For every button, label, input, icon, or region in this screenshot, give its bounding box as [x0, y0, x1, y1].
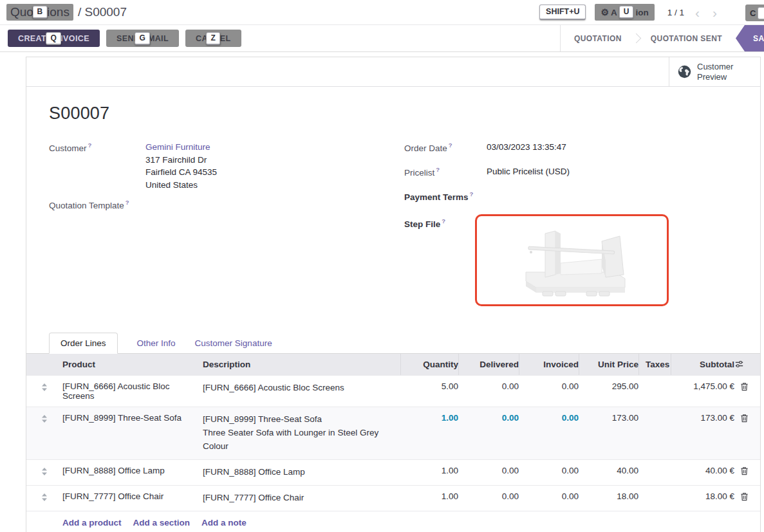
- drag-handle-icon[interactable]: [26, 460, 62, 485]
- stat-button-box: Customer Preview: [26, 57, 760, 87]
- tab-order-lines[interactable]: Order Lines: [49, 333, 118, 354]
- cell-product[interactable]: [FURN_8888] Office Lamp: [62, 460, 203, 485]
- action-bar: CREATE INVOICE Q SEND EMAIL G CANCEL Z Q…: [0, 25, 764, 52]
- action-label-post: ion: [635, 8, 648, 17]
- action-menu-button[interactable]: ⚙ A U ion: [595, 4, 654, 21]
- cell-quantity[interactable]: 5.00: [400, 376, 458, 407]
- cell-subtotal: 173.00 €: [671, 407, 734, 459]
- cell-taxes[interactable]: [638, 376, 671, 407]
- drag-handle-icon[interactable]: [26, 486, 62, 511]
- cell-product[interactable]: [FURN_8999] Three-Seat Sofa: [62, 407, 203, 459]
- table-row[interactable]: [FURN_8888] Office Lamp [FURN_8888] Offi…: [26, 459, 760, 485]
- table-row[interactable]: [FURN_6666] Acoustic Bloc Screens [FURN_…: [26, 375, 760, 407]
- customer-link[interactable]: Gemini Furniture: [145, 141, 217, 154]
- table-row[interactable]: [FURN_7777] Office Chair [FURN_7777] Off…: [26, 485, 760, 511]
- cell-product[interactable]: [FURN_7777] Office Chair: [62, 486, 203, 511]
- tab-other-info[interactable]: Other Info: [137, 333, 176, 353]
- sheet-body: S00007 Customer? Gemini Furniture 317 Fa…: [26, 104, 760, 532]
- keyboard-hint-cancel: Z: [206, 32, 220, 45]
- pager-next-icon[interactable]: ›: [711, 6, 719, 19]
- cell-unit-price[interactable]: 18.00: [579, 486, 638, 511]
- edge-hint-label: C: [750, 8, 756, 18]
- edge-hint-button[interactable]: C: [745, 5, 764, 21]
- delete-row-icon[interactable]: [734, 460, 760, 485]
- field-order-date: Order Date? 03/03/2023 13:35:47: [404, 141, 738, 154]
- field-quotation-template: Quotation Template?: [49, 198, 378, 212]
- breadcrumb-parent-quotations[interactable]: Quotations B: [6, 4, 73, 21]
- delete-row-icon[interactable]: [734, 376, 760, 407]
- cell-description[interactable]: [FURN_6666] Acoustic Bloc Screens: [203, 376, 400, 407]
- cell-unit-price[interactable]: 40.00: [579, 460, 638, 485]
- cell-delivered[interactable]: 0.00: [458, 460, 519, 485]
- keyboard-hint-shift-u[interactable]: SHIFT+U: [539, 5, 586, 21]
- cancel-button[interactable]: CANCEL Z: [185, 30, 241, 47]
- send-email-button[interactable]: SEND EMAIL G: [106, 30, 179, 47]
- col-header-unit-price[interactable]: Unit Price: [579, 354, 638, 375]
- stage-quotation[interactable]: QUOTATION: [561, 25, 635, 51]
- cell-subtotal: 1,475.00 €: [671, 376, 734, 407]
- delete-row-icon[interactable]: [734, 486, 760, 511]
- cell-unit-price[interactable]: 295.00: [579, 376, 638, 407]
- order-date-value[interactable]: 03/03/2023 13:35:47: [487, 141, 566, 154]
- tab-customer-signature[interactable]: Customer Signature: [195, 333, 272, 353]
- cell-quantity[interactable]: 1.00: [400, 407, 458, 459]
- cell-quantity[interactable]: 1.00: [400, 486, 458, 511]
- cell-invoiced[interactable]: 0.00: [519, 407, 579, 459]
- action-button-group: CREATE INVOICE Q SEND EMAIL G CANCEL Z: [8, 30, 241, 47]
- pricelist-value[interactable]: Public Pricelist (USD): [487, 165, 570, 179]
- table-footer-links: Add a product Add a section Add a note: [26, 511, 760, 532]
- cell-invoiced[interactable]: 0.00: [519, 376, 579, 407]
- cell-description[interactable]: [FURN_7777] Office Chair: [203, 486, 400, 511]
- cell-description[interactable]: [FURN_8888] Office Lamp: [203, 460, 400, 485]
- edge-hint-chip: [758, 7, 764, 19]
- field-column-left: Customer? Gemini Furniture 317 Fairchild…: [49, 141, 378, 313]
- delete-row-icon[interactable]: [734, 407, 760, 459]
- help-icon[interactable]: ?: [436, 166, 440, 173]
- col-header-delivered[interactable]: Delivered: [458, 354, 519, 375]
- cell-taxes[interactable]: [638, 407, 671, 459]
- cell-taxes[interactable]: [638, 486, 671, 511]
- cell-invoiced[interactable]: 0.00: [519, 486, 579, 511]
- cell-description[interactable]: [FURN_8999] Three-Seat Sofa Three Seater…: [203, 407, 400, 459]
- cell-product[interactable]: [FURN_6666] Acoustic Bloc Screens: [62, 376, 203, 407]
- drag-handle-icon[interactable]: [26, 376, 62, 407]
- stage-quotation-sent[interactable]: QUOTATION SENT: [637, 25, 736, 51]
- cell-unit-price[interactable]: 173.00: [579, 407, 638, 459]
- col-header-invoiced[interactable]: Invoiced: [519, 354, 579, 375]
- pager-previous-icon[interactable]: ‹: [693, 6, 702, 19]
- help-icon[interactable]: ?: [442, 217, 445, 225]
- field-pricelist: Pricelist? Public Pricelist (USD): [404, 165, 738, 179]
- keyboard-hint-breadcrumb: B: [33, 6, 48, 19]
- create-invoice-button[interactable]: CREATE INVOICE Q: [8, 30, 100, 47]
- customer-preview-label: Customer Preview: [697, 62, 733, 82]
- cell-delivered[interactable]: 0.00: [458, 486, 519, 511]
- statusbar: QUOTATION QUOTATION SENT SALES ORDER: [560, 25, 764, 51]
- step-file-image[interactable]: [475, 214, 669, 306]
- help-icon[interactable]: ?: [126, 199, 129, 206]
- cell-quantity[interactable]: 1.00: [400, 460, 458, 485]
- col-header-product[interactable]: Product: [62, 354, 203, 375]
- col-header-taxes[interactable]: Taxes: [638, 354, 671, 375]
- col-header-subtotal[interactable]: Subtotal: [671, 354, 734, 375]
- add-a-product-link[interactable]: Add a product: [62, 518, 122, 527]
- optional-columns-icon[interactable]: [734, 354, 760, 375]
- order-lines-table: Product Description Quantity Delivered I…: [26, 353, 760, 532]
- stage-sales-order[interactable]: SALES ORDER: [736, 25, 764, 51]
- help-icon[interactable]: ?: [449, 142, 452, 149]
- cell-delivered[interactable]: 0.00: [458, 376, 519, 407]
- col-header-quantity[interactable]: Quantity: [400, 354, 458, 375]
- cell-delivered[interactable]: 0.00: [458, 407, 519, 459]
- table-row[interactable]: [FURN_8999] Three-Seat Sofa [FURN_8999] …: [26, 407, 760, 459]
- customer-address: 317 Fairchild Dr Fairfield CA 94535 Unit…: [145, 154, 217, 192]
- col-header-description[interactable]: Description: [203, 354, 400, 375]
- cell-taxes[interactable]: [638, 460, 671, 485]
- field-column-right: Order Date? 03/03/2023 13:35:47 Pricelis…: [404, 141, 738, 313]
- help-icon[interactable]: ?: [470, 190, 474, 197]
- add-a-section-link[interactable]: Add a section: [133, 518, 191, 527]
- customer-value: Gemini Furniture 317 Fairchild Dr Fairfi…: [145, 141, 217, 191]
- help-icon[interactable]: ?: [88, 142, 92, 149]
- customer-preview-button[interactable]: Customer Preview: [669, 57, 760, 86]
- drag-handle-icon[interactable]: [26, 407, 62, 459]
- add-a-note-link[interactable]: Add a note: [201, 518, 247, 527]
- cell-invoiced[interactable]: 0.00: [519, 460, 579, 485]
